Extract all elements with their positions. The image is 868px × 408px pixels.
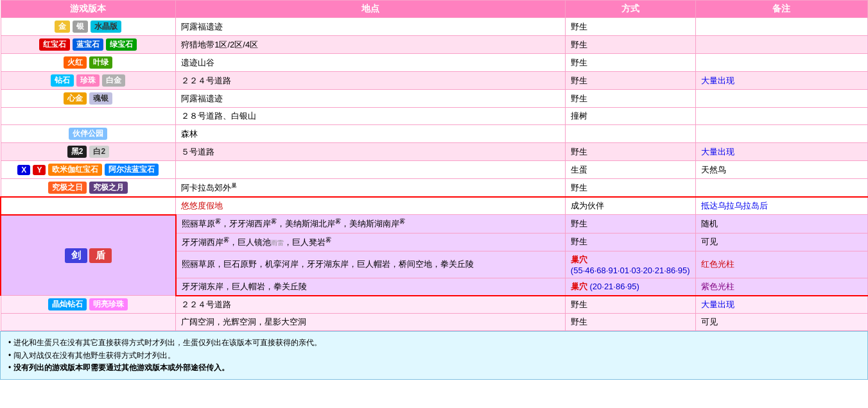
version-tag: 究极之月: [89, 182, 128, 194]
method-cell: 野生: [565, 233, 695, 251]
location-cell: ５号道路: [176, 143, 566, 161]
version-tag: 钻石: [51, 74, 74, 87]
location-cell: 熙丽草原，巨石原野，机挛河岸，牙牙湖东岸，巨人帽岩，桥间空地，拳关丘陵: [176, 251, 566, 278]
notes-section: • 进化和生蛋只在没有其它直接获得方式时才列出，生蛋仅列出在该版本可直接获得的亲…: [0, 331, 868, 380]
location-cell: 广阔空洞，光辉空洞，星影大空洞: [176, 314, 566, 331]
version-tag: 欧米伽红宝石: [48, 164, 102, 176]
version-tag: 明亮珍珠: [89, 298, 128, 310]
header-note: 备注: [695, 1, 867, 18]
note-cell: 紫色光柱: [695, 278, 867, 296]
version-tag: 蓝宝石: [73, 38, 103, 51]
note-2: • 闯入对战仅在没有其他野生获得方式时才列出。: [8, 350, 860, 362]
method-cell: 野生: [565, 215, 695, 233]
sup-nest: 巢: [231, 182, 237, 189]
method-cell: 野生: [565, 54, 695, 72]
version-cell: 究极之日 究极之月: [1, 179, 176, 198]
note-link[interactable]: 抵达乌拉乌拉岛后: [701, 201, 768, 210]
version-tag: 金: [55, 21, 70, 33]
location-cell: ２２４号道路: [176, 72, 566, 90]
version-tag: Y: [33, 165, 46, 175]
method-cell: 巢穴 (55·46·68·91·01·03·20·21·86·95): [565, 251, 695, 278]
den-label: 巢穴: [571, 255, 587, 264]
method-cell: 生蛋: [565, 161, 695, 179]
header-version: 游戏版本: [1, 1, 176, 18]
version-cell: 心金 魂银: [1, 90, 176, 108]
note-cell: [695, 36, 867, 54]
note-cell: 天然鸟: [695, 161, 867, 179]
method-cell: 撞树: [565, 108, 695, 125]
method-cell: 野生: [565, 18, 695, 36]
version-tag: 魂银: [89, 92, 112, 105]
note-link[interactable]: 大量出现: [701, 147, 734, 157]
header-location: 地点: [176, 1, 566, 18]
location-cell: 森林: [176, 125, 566, 143]
header-method: 方式: [565, 1, 695, 18]
location-cell: 悠悠度假地: [176, 197, 566, 215]
den-nums: (55·46·68·91·01·03·20·21·86·95): [571, 266, 690, 275]
version-tag: 白金: [102, 74, 125, 87]
method-cell: [565, 125, 695, 143]
version-cell: [1, 108, 176, 125]
location-cell: 牙牙湖西岸雾，巨人镜池雨雷，巨人凳岩雾: [176, 233, 566, 251]
location-cell: 熙丽草原雾，牙牙湖西岸雾，美纳斯湖北岸雾，美纳斯湖南岸雾: [176, 215, 566, 233]
version-tag: 阿尔法蓝宝石: [105, 164, 159, 176]
version-cell: X Y 欧米伽红宝石 阿尔法蓝宝石: [1, 161, 176, 179]
note-cell: 红色光柱: [695, 251, 867, 278]
method-cell: 野生: [565, 296, 695, 314]
note-3: • 没有列出的游戏版本即需要通过其他游戏版本或外部途径传入。: [8, 362, 860, 374]
version-tag: 究极之日: [48, 182, 87, 194]
version-tag: 黑2: [67, 146, 87, 158]
note-cell: [695, 125, 867, 143]
note-cell: 随机: [695, 215, 867, 233]
note-1: • 进化和生蛋只在没有其它直接获得方式时才列出，生蛋仅列出在该版本可直接获得的亲…: [8, 337, 860, 349]
method-cell: 野生: [565, 143, 695, 161]
note-cell: 大量出现: [695, 143, 867, 161]
den-nums: (20·21·86·95): [589, 282, 639, 291]
method-cell: 成为伙伴: [565, 197, 695, 215]
note-cell: [695, 179, 867, 198]
version-cell: [1, 314, 176, 331]
method-cell: 野生: [565, 179, 695, 198]
version-tag: 白2: [89, 146, 109, 158]
note-cell: 可见: [695, 233, 867, 251]
version-cell: 金 银 水晶版: [1, 18, 176, 36]
method-cell: 野生: [565, 36, 695, 54]
version-cell: 黑2 白2: [1, 143, 176, 161]
method-cell: 巢穴 (20·21·86·95): [565, 278, 695, 296]
location-cell: 狩猎地带1区/2区/4区: [176, 36, 566, 54]
location-cell: [176, 161, 566, 179]
note-link[interactable]: 大量出现: [701, 300, 734, 309]
version-cell: [1, 197, 176, 215]
version-cell: 红宝石 蓝宝石 绿宝石: [1, 36, 176, 54]
location-cell: 阿卡拉岛郊外巢: [176, 179, 566, 198]
note-cell: 大量出现: [695, 296, 867, 314]
version-tag: 伙伴公园: [69, 128, 107, 140]
note-cell: [695, 90, 867, 108]
version-cell: 钻石 珍珠 白金: [1, 72, 176, 90]
version-tag: 晶灿钻石: [48, 298, 87, 310]
note-link[interactable]: 大量出现: [701, 76, 734, 85]
version-cell: 剑 盾: [1, 215, 176, 296]
version-tag-sword: 剑: [65, 248, 87, 263]
version-tag-shield: 盾: [89, 248, 112, 263]
version-tag: X: [17, 165, 30, 175]
version-tag: 绿宝石: [106, 38, 137, 51]
version-tag: 珍珠: [76, 74, 100, 87]
location-cell: ２２４号道路: [176, 296, 566, 314]
location-cell: 遗迹山谷: [176, 54, 566, 72]
note-cell: [695, 54, 867, 72]
version-cell: 伙伴公园: [1, 125, 176, 143]
location-cell: 阿露福遗迹: [176, 90, 566, 108]
version-tag: 火红: [64, 56, 87, 69]
method-cell: 野生: [565, 90, 695, 108]
version-tag: 红宝石: [39, 38, 70, 51]
version-tag: 银: [73, 21, 88, 33]
version-cell: 火红 叶绿: [1, 54, 176, 72]
version-tag: 心金: [64, 92, 87, 105]
note-cell: 大量出现: [695, 72, 867, 90]
version-tag: 叶绿: [89, 56, 112, 69]
note-cell: 可见: [695, 314, 867, 331]
note-cell: [695, 18, 867, 36]
den-label: 巢穴: [571, 282, 587, 291]
location-cell: ２８号道路、白银山: [176, 108, 566, 125]
